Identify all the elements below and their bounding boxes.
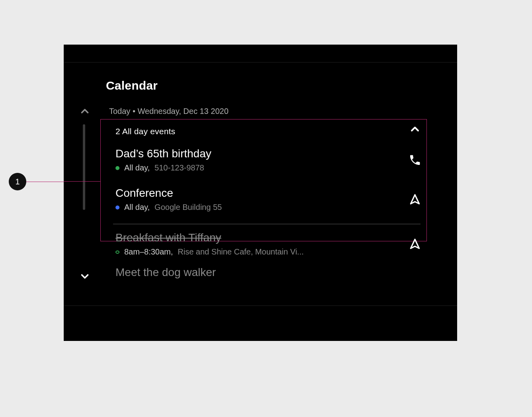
event-detail: Rise and Shine Cafe, Mountain Vi...: [178, 247, 303, 256]
navigate-icon[interactable]: [409, 238, 421, 251]
scrollbar-track[interactable]: [83, 124, 85, 210]
allday-section-header[interactable]: 2 All day events: [106, 119, 424, 140]
callout-line: [64, 181, 101, 182]
navigate-icon[interactable]: [409, 193, 421, 206]
event-time: All day,: [124, 203, 150, 212]
event-title: Dad’s 65th birthday: [115, 147, 415, 160]
device-frame: Calendar Today • Wednesday, Dec 13 2020 …: [64, 45, 457, 341]
event-title: Breakfast with Tiffany: [115, 231, 415, 244]
allday-event-row[interactable]: Conference All day, Google Building 55: [106, 180, 424, 219]
event-subtitle: All day, Google Building 55: [115, 203, 415, 212]
chevron-up-icon[interactable]: [79, 105, 91, 117]
event-title: Conference: [115, 187, 415, 200]
event-subtitle: All day, 510-123-9878: [115, 163, 415, 172]
annotation-number: 1: [15, 177, 20, 186]
annotation-badge: 1: [9, 173, 26, 190]
event-detail: 510-123-9878: [155, 163, 204, 172]
color-dot-icon: [115, 206, 119, 209]
event-title: Meet the dog walker: [115, 266, 415, 279]
color-dot-icon: [115, 251, 119, 254]
color-dot-icon: [115, 166, 119, 170]
event-detail: Google Building 55: [155, 203, 222, 212]
top-divider: [64, 62, 457, 63]
event-time: 8am–8:30am,: [124, 247, 173, 256]
event-row[interactable]: Breakfast with Tiffany 8am–8:30am, Rise …: [106, 224, 424, 264]
bottom-divider: [64, 305, 457, 306]
event-subtitle: 8am–8:30am, Rise and Shine Cafe, Mountai…: [115, 247, 415, 256]
allday-header-label: 2 All day events: [115, 127, 175, 136]
allday-event-row[interactable]: Dad’s 65th birthday All day, 510-123-987…: [106, 140, 424, 180]
chevron-down-icon[interactable]: [79, 270, 91, 282]
event-row[interactable]: Meet the dog walker: [106, 264, 424, 286]
chevron-up-icon[interactable]: [409, 123, 421, 135]
page-title: Calendar: [106, 79, 158, 92]
event-list: 2 All day events Dad’s 65th birthday All…: [106, 119, 424, 286]
date-subheader: Today • Wednesday, Dec 13 2020: [109, 107, 229, 116]
event-time: All day,: [124, 163, 150, 172]
phone-icon[interactable]: [409, 154, 421, 166]
